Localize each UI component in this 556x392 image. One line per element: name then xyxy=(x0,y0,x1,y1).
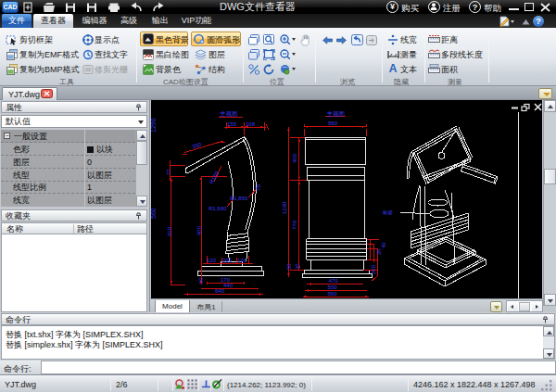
svg-text:50: 50 xyxy=(286,263,292,270)
svg-text:1290: 1290 xyxy=(282,201,287,214)
svg-text:20: 20 xyxy=(376,248,382,255)
svg-text:440: 440 xyxy=(223,283,234,288)
svg-text:20: 20 xyxy=(255,183,262,191)
svg-text:30: 30 xyxy=(295,263,300,270)
svg-text:主视图: 主视图 xyxy=(220,110,238,118)
svg-text:560: 560 xyxy=(151,208,157,219)
svg-text:640: 640 xyxy=(215,288,225,294)
svg-text:168: 168 xyxy=(246,121,256,127)
svg-text:400: 400 xyxy=(292,153,297,163)
svg-text:910: 910 xyxy=(167,226,172,236)
svg-text:120: 120 xyxy=(237,258,247,263)
svg-text:1290: 1290 xyxy=(151,118,157,133)
svg-text:560: 560 xyxy=(328,291,338,297)
svg-text:200: 200 xyxy=(371,264,376,274)
svg-text:120: 120 xyxy=(207,258,217,263)
svg-text:50: 50 xyxy=(198,277,204,284)
svg-text:200: 200 xyxy=(222,258,233,263)
svg-text:R1,660: R1,660 xyxy=(208,206,227,211)
svg-text:40: 40 xyxy=(381,242,386,248)
svg-text:770: 770 xyxy=(292,220,297,230)
svg-text:标题: 标题 xyxy=(382,209,394,216)
svg-text:470: 470 xyxy=(329,278,339,284)
svg-text:560: 560 xyxy=(328,120,338,126)
svg-text:900: 900 xyxy=(196,225,202,235)
svg-text:500: 500 xyxy=(328,285,338,290)
svg-text:主视图: 主视图 xyxy=(327,110,346,118)
svg-text:350: 350 xyxy=(192,142,203,150)
svg-text:77: 77 xyxy=(166,169,171,175)
svg-text:R1,850: R1,850 xyxy=(230,196,248,201)
svg-text:155: 155 xyxy=(227,121,237,127)
